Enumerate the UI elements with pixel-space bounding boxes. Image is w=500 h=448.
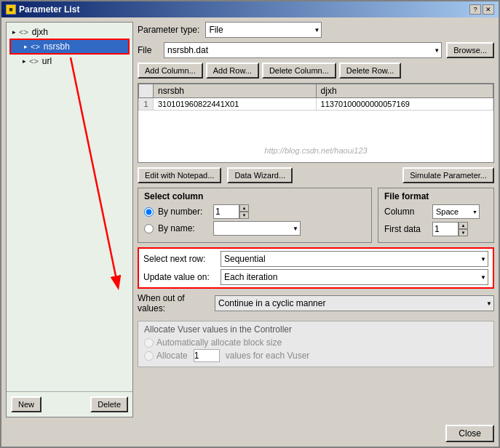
select-next-row-row: Select next row: Sequential bbox=[143, 251, 488, 267]
by-name-select[interactable] bbox=[213, 221, 301, 236]
close-x-button[interactable]: ✕ bbox=[483, 4, 494, 15]
manual-alloc-row: Allocate values for each Vuser bbox=[144, 349, 488, 362]
data-table: nsrsbh djxh 1 310101960822441X01 1137010… bbox=[138, 84, 493, 111]
by-name-label: By name: bbox=[158, 223, 209, 233]
titlebar: ■ Parameter List ? ✕ bbox=[1, 1, 499, 17]
tree-arrow-icon: ▸ bbox=[23, 57, 26, 65]
by-number-up-button[interactable]: ▲ bbox=[239, 204, 249, 212]
by-number-input[interactable] bbox=[213, 204, 239, 219]
allocate-box: Allocate Vuser values in the Controller … bbox=[138, 321, 494, 367]
by-name-radio[interactable] bbox=[144, 224, 154, 233]
ff-firstdata-up-button[interactable]: ▲ bbox=[459, 222, 468, 229]
add-row-button[interactable]: Add Row... bbox=[206, 63, 259, 79]
ff-firstdata-spinner-buttons: ▲ ▼ bbox=[459, 222, 468, 236]
manual-alloc-input[interactable] bbox=[194, 349, 220, 362]
param-type-label: Parameter type: bbox=[138, 25, 199, 35]
by-number-spinner: ▲ ▼ bbox=[213, 204, 249, 219]
data-table-container: nsrsbh djxh 1 310101960822441X01 1137010… bbox=[138, 83, 494, 163]
data-wizard-button[interactable]: Data Wizard... bbox=[227, 167, 293, 183]
by-name-row: By name: bbox=[144, 221, 365, 236]
tree-tag-djxh: <> bbox=[19, 28, 28, 36]
tree-arrow-icon: ▸ bbox=[24, 43, 28, 50]
toolbar-row: Add Column... Add Row... Delete Column..… bbox=[138, 63, 494, 79]
window-title: Parameter List bbox=[19, 4, 79, 15]
tree-label-djxh: djxh bbox=[32, 27, 48, 37]
edit-notepad-button[interactable]: Edit with Notepad... bbox=[138, 167, 221, 183]
manual-alloc-suffix: values for each Vuser bbox=[226, 351, 310, 361]
delete-column-button[interactable]: Delete Column... bbox=[262, 63, 336, 79]
file-row: File nsrsbh.dat Browse... bbox=[138, 42, 494, 58]
when-out-row: When out of values: Continue in a cyclic… bbox=[138, 293, 494, 313]
by-number-label: By number: bbox=[158, 207, 209, 217]
ff-column-select[interactable]: Space bbox=[432, 204, 480, 219]
left-bottom-buttons: New Delete bbox=[7, 391, 132, 417]
table-cell-djxh: 11370100000000057169 bbox=[316, 98, 493, 111]
by-name-select-wrapper bbox=[213, 221, 301, 236]
ff-firstdata-down-button[interactable]: ▼ bbox=[459, 229, 468, 236]
file-format-box: File format Column Space First data bbox=[378, 188, 494, 243]
tree-item-url[interactable]: ▸ <> url bbox=[9, 55, 130, 68]
auto-alloc-radio[interactable] bbox=[144, 338, 154, 348]
tree-item-djxh[interactable]: ▸ <> djxh bbox=[9, 25, 130, 39]
select-next-row-label: Select next row: bbox=[143, 254, 216, 264]
tree-label-url: url bbox=[42, 56, 52, 66]
delete-row-button[interactable]: Delete Row... bbox=[339, 63, 401, 79]
new-button[interactable]: New bbox=[11, 396, 41, 412]
parameter-list-window: ■ Parameter List ? ✕ ▸ <> djxh ▸ <> bbox=[0, 0, 500, 448]
manual-alloc-label: Allocate bbox=[156, 351, 188, 361]
when-out-label: When out of values: bbox=[138, 293, 210, 313]
manual-alloc-radio[interactable] bbox=[144, 351, 154, 361]
table-header-rownum bbox=[139, 84, 154, 98]
by-number-spinner-buttons: ▲ ▼ bbox=[239, 204, 249, 219]
table-header-nsrsbh: nsrsbh bbox=[154, 84, 317, 98]
by-number-down-button[interactable]: ▼ bbox=[239, 212, 249, 219]
table-header-djxh: djxh bbox=[316, 84, 493, 98]
file-format-title: File format bbox=[384, 191, 488, 201]
options-area: Select column By number: ▲ ▼ bbox=[138, 188, 494, 243]
select-next-row-select[interactable]: Sequential bbox=[221, 251, 488, 267]
help-button[interactable]: ? bbox=[469, 4, 481, 15]
table-row: 1 310101960822441X01 1137010000000005716… bbox=[139, 98, 493, 111]
by-number-row: By number: ▲ ▼ bbox=[144, 204, 365, 219]
file-input-wrapper: nsrsbh.dat bbox=[164, 42, 442, 58]
titlebar-left: ■ Parameter List bbox=[6, 4, 79, 15]
update-value-label: Update value on: bbox=[143, 272, 216, 282]
file-select[interactable]: nsrsbh.dat bbox=[164, 42, 442, 58]
add-column-button[interactable]: Add Column... bbox=[138, 63, 203, 79]
file-label: File bbox=[138, 45, 159, 55]
ff-firstdata-row: First data ▲ ▼ bbox=[384, 222, 488, 236]
delete-button[interactable]: Delete bbox=[90, 396, 128, 412]
close-button[interactable]: Close bbox=[445, 425, 494, 442]
browse-button[interactable]: Browse... bbox=[446, 42, 494, 58]
param-type-select[interactable]: File bbox=[205, 22, 322, 38]
table-cell-nsrsbh[interactable]: 310101960822441X01 bbox=[154, 98, 317, 111]
select-column-title: Select column bbox=[144, 191, 365, 201]
ff-firstdata-spinner: ▲ ▼ bbox=[432, 222, 468, 236]
param-type-select-wrapper: File bbox=[205, 22, 322, 38]
ff-firstdata-label: First data bbox=[384, 224, 428, 234]
when-out-select[interactable]: Continue in a cyclic manner bbox=[215, 295, 494, 311]
ff-column-select-wrapper: Space bbox=[432, 204, 480, 219]
left-panel: ▸ <> djxh ▸ <> nsrsbh ▸ <> url New bbox=[6, 22, 133, 417]
ff-column-label: Column bbox=[384, 207, 428, 217]
next-update-box: Select next row: Sequential Update value… bbox=[138, 247, 494, 289]
tree-tag-nsrsbh: <> bbox=[31, 42, 40, 51]
main-content: ▸ <> djxh ▸ <> nsrsbh ▸ <> url New bbox=[1, 17, 499, 422]
watermark: http://blog.csdn.net/haoui123 bbox=[264, 146, 367, 155]
window-icon: ■ bbox=[6, 4, 16, 15]
tree-item-nsrsbh[interactable]: ▸ <> nsrsbh bbox=[9, 39, 130, 55]
select-next-row-select-wrapper: Sequential bbox=[221, 251, 488, 267]
auto-alloc-row: Automatically allocate block size bbox=[144, 337, 488, 348]
simulate-param-button[interactable]: Simulate Parameter... bbox=[402, 167, 494, 183]
titlebar-buttons: ? ✕ bbox=[469, 4, 494, 15]
update-value-select-wrapper: Each iteration bbox=[221, 269, 488, 285]
action-buttons-row: Edit with Notepad... Data Wizard... Simu… bbox=[138, 167, 494, 183]
param-type-row: Parameter type: File bbox=[138, 22, 494, 38]
ff-column-row: Column Space bbox=[384, 204, 488, 219]
update-value-select[interactable]: Each iteration bbox=[221, 269, 488, 285]
when-out-select-wrapper: Continue in a cyclic manner bbox=[215, 295, 494, 311]
tree-arrow-icon: ▸ bbox=[12, 28, 16, 36]
by-number-radio[interactable] bbox=[144, 207, 154, 217]
ff-firstdata-input[interactable] bbox=[432, 222, 459, 236]
tree-area: ▸ <> djxh ▸ <> nsrsbh ▸ <> url bbox=[7, 23, 132, 391]
